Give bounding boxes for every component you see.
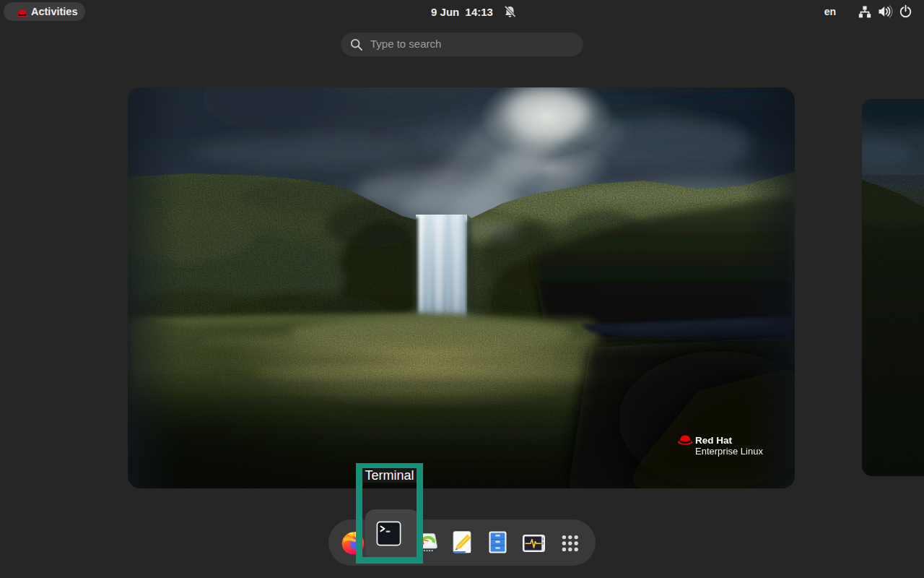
svg-text:Red Hat: Red Hat [695, 435, 733, 446]
svg-text:Enterprise Linux: Enterprise Linux [695, 446, 763, 457]
